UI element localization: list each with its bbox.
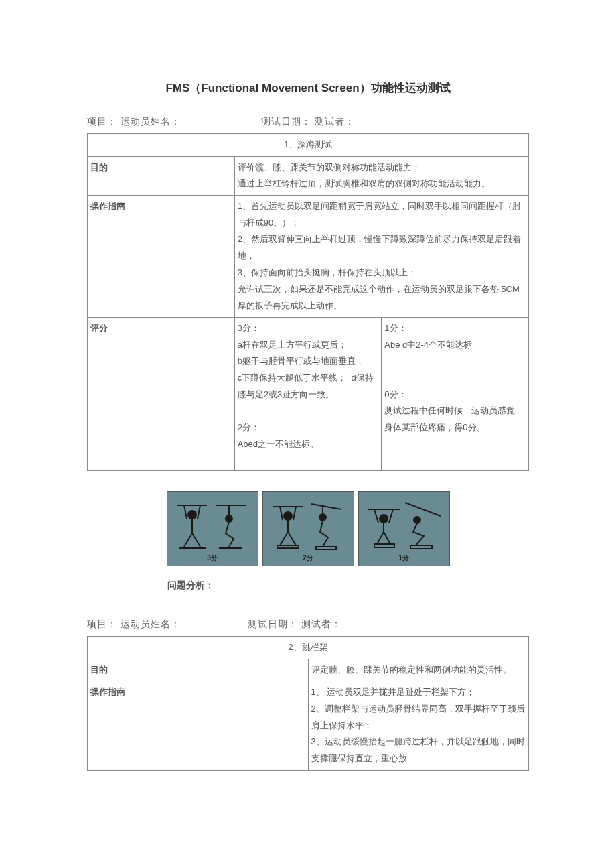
tester-label: 测试者： [315, 116, 355, 127]
squat-1pt-image: 1分 [358, 491, 450, 566]
test2-purpose-text: 评定髋、膝、踝关节的稳定性和两侧功能的灵活性。 [308, 659, 529, 681]
svg-line-4 [198, 505, 200, 519]
document-title: FMS（Functional Movement Screen）功能性运动测试 [87, 80, 529, 96]
svg-point-33 [414, 517, 420, 523]
test2-section-title: 2、跳栏架 [88, 636, 529, 659]
info-line-2: 项目： 运动员姓名： 测试日期： 测试者： [87, 618, 529, 631]
test1-score-label: 评分 [88, 317, 235, 470]
svg-line-6 [192, 533, 200, 547]
test1-purpose-text: 评价髋、膝、踝关节的双侧对称功能活动能力； 通过上举杠铃杆过顶，测试胸椎和双肩的… [234, 156, 528, 195]
svg-line-18 [288, 532, 296, 545]
test1-score-left: 3分： a杆在双足上方平行或更后； b躯干与胫骨平行或与地面垂直； c下蹲保持大… [234, 317, 382, 470]
svg-rect-31 [374, 544, 394, 547]
athlete-label-2: 运动员姓名： [121, 618, 181, 629]
info-line-1: 项目： 运动员姓名： 测试日期： 测试者： [87, 116, 529, 128]
squat-3pts-image: 3分 [167, 491, 258, 566]
svg-point-25 [380, 515, 388, 523]
svg-rect-23 [316, 547, 336, 549]
svg-line-17 [280, 532, 288, 545]
test2-purpose-label: 目的 [88, 659, 309, 681]
svg-line-16 [293, 507, 296, 520]
svg-line-27 [374, 509, 378, 523]
tester-label-2: 测试者： [301, 618, 341, 629]
test2-table: 2、跳栏架 目的 评定髋、膝、踝关节的稳定性和两侧功能的灵活性。 操作指南 1、… [87, 636, 529, 771]
svg-point-13 [284, 512, 292, 520]
test1-images-row: 3分 [87, 491, 529, 566]
svg-line-30 [384, 532, 390, 544]
test1-section-title: 1、深蹲测试 [88, 134, 529, 157]
test1-instructions-label: 操作指南 [88, 196, 235, 318]
date-label-2: 测试日期： [248, 618, 298, 629]
svg-line-3 [184, 505, 187, 519]
athlete-label: 运动员姓名： [121, 116, 181, 127]
date-label: 测试日期： [261, 116, 311, 127]
squat-figure-icon [364, 500, 444, 557]
svg-rect-19 [277, 545, 299, 548]
test1-purpose-label: 目的 [88, 156, 235, 195]
svg-rect-34 [410, 545, 432, 549]
svg-line-32 [405, 503, 441, 516]
test1-instructions-text: 1、首先运动员以双足间距稍宽于肩宽站立，同时双手以相同间距握杆（肘与杆成90。）… [234, 196, 528, 318]
image1-caption: 3分 [167, 553, 258, 563]
image2-caption: 2分 [263, 553, 354, 563]
squat-figure-icon [268, 500, 348, 557]
svg-point-1 [188, 511, 196, 519]
test1-score-right: 1分： Abe d中2-4个不能达标 0分： 测试过程中任何时候，运动员感觉 身… [382, 317, 529, 470]
analysis-label: 问题分析： [167, 580, 529, 592]
svg-line-28 [389, 509, 393, 523]
test2-instructions-text: 1、 运动员双足并拢并足趾处于栏架下方； 2、调整栏架与运动员胫骨结界同高，双手… [308, 681, 529, 770]
squat-2pts-image: 2分 [262, 491, 354, 566]
svg-line-29 [377, 532, 384, 544]
svg-line-5 [184, 533, 192, 547]
project-label-2: 项目： [87, 618, 117, 629]
test1-table: 1、深蹲测试 目的 评价髋、膝、踝关节的双侧对称功能活动能力； 通过上举杠铃杆过… [87, 133, 529, 471]
document-page: FMS（Functional Movement Screen）功能性运动测试 项… [0, 0, 616, 797]
image3-caption: 1分 [359, 553, 449, 563]
project-label: 项目： [87, 116, 117, 127]
svg-line-15 [280, 507, 283, 520]
squat-figure-icon [172, 500, 252, 557]
test2-instructions-label: 操作指南 [88, 681, 309, 770]
svg-line-20 [311, 504, 341, 509]
